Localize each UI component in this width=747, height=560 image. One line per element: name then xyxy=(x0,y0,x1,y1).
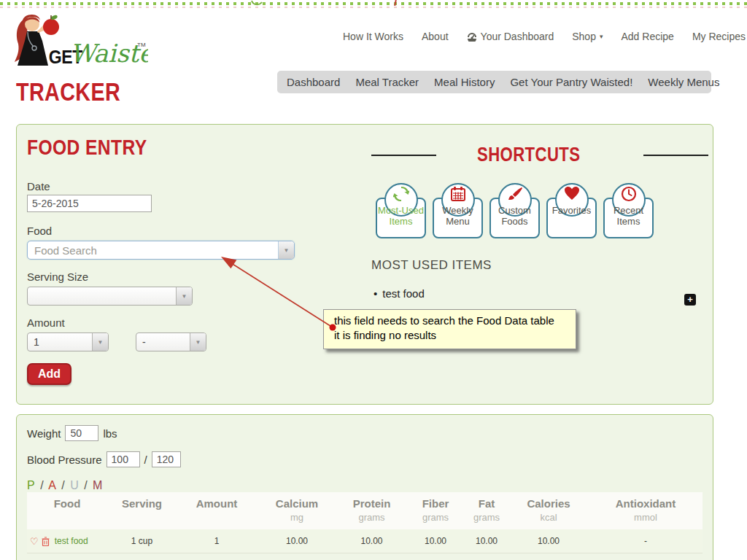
amount-unit-dropdown-button[interactable]: ▼ xyxy=(190,333,206,351)
subnav-meal-history[interactable]: Meal History xyxy=(434,76,495,88)
bullet: • xyxy=(374,287,377,300)
top-nav: How It Works About Your Dashboard Shop ▾… xyxy=(343,31,715,42)
table-units-row: mg grams grams grams kcal mmol xyxy=(27,511,703,529)
col-calcium: Calcium xyxy=(257,492,337,511)
paum-link-m[interactable]: M xyxy=(93,479,102,491)
favorite-heart-icon[interactable]: ♡ xyxy=(30,537,39,546)
paum-separator: / xyxy=(84,479,87,491)
refresh-icon xyxy=(393,186,409,202)
delete-trash-icon[interactable] xyxy=(42,537,50,546)
unit-fat: grams xyxy=(465,511,508,529)
paum-link-a[interactable]: A xyxy=(48,479,56,491)
amount-value: 1 xyxy=(28,336,92,348)
nav-label: My Recipes xyxy=(692,31,746,42)
page: GET Waisted TM How It Works About Your D… xyxy=(0,0,747,560)
most-used-items-title: MOST USED ITEMS xyxy=(371,258,492,273)
row-amount: 1 xyxy=(177,529,257,553)
caret-down-icon: ▾ xyxy=(600,33,603,40)
col-fat: Fat xyxy=(465,492,508,511)
top-dotted-border-pink xyxy=(0,7,747,8)
col-protein: Protein xyxy=(337,492,406,511)
col-serving: Serving xyxy=(107,492,177,511)
food-label: Food xyxy=(27,225,52,237)
amount-unit-select[interactable]: - ▼ xyxy=(136,332,206,351)
add-button[interactable]: Add xyxy=(27,363,71,385)
shortcut-label: Custom Foods xyxy=(491,206,538,228)
shortcut-custom-foods[interactable]: Custom Foods xyxy=(489,198,540,238)
row-calories: 10.00 xyxy=(508,529,589,553)
subnav-weekly-menus[interactable]: Weekly Menus xyxy=(648,76,719,88)
shortcuts-title: SHORTCUTS xyxy=(477,144,603,166)
unit-serving xyxy=(107,511,177,529)
serving-size-select[interactable]: ▼ xyxy=(27,287,193,306)
shortcut-label: Most-Used Items xyxy=(377,206,425,228)
dropdown-arrow-icon: ▼ xyxy=(284,247,290,254)
annotation-line-2: it is finding no results xyxy=(334,328,568,343)
nav-label: Add Recipe xyxy=(621,31,673,42)
food-entry-title: FOOD ENTRY xyxy=(27,135,174,160)
weight-row: Weight lbs xyxy=(27,425,117,441)
dropdown-arrow-icon: ▼ xyxy=(182,293,187,300)
subnav-meal-tracker[interactable]: Meal Tracker xyxy=(355,76,419,88)
shortcut-weekly-menu[interactable]: Weekly Menu xyxy=(433,198,483,238)
shortcut-most-used-items[interactable]: Most-Used Items xyxy=(376,198,426,238)
paintbrush-icon xyxy=(507,186,523,202)
nav-your-dashboard[interactable]: Your Dashboard xyxy=(467,31,554,42)
serving-size-dropdown-button[interactable]: ▼ xyxy=(176,287,192,305)
cutoff-annotation-mark xyxy=(251,0,263,6)
bp-diastolic-input[interactable] xyxy=(152,451,181,467)
nav-my-recipes[interactable]: My Recipes xyxy=(692,31,746,42)
nav-label: How It Works xyxy=(343,31,403,42)
unit-food xyxy=(27,511,107,529)
most-used-list-item[interactable]: •test food xyxy=(374,287,425,300)
weight-input[interactable] xyxy=(65,425,98,441)
get-waisted-logo[interactable]: GET Waisted TM xyxy=(6,9,148,69)
nav-label: About xyxy=(422,31,449,42)
shortcut-label: Weekly Menu xyxy=(434,206,481,228)
unit-amount xyxy=(177,511,257,529)
dropdown-arrow-icon: ▼ xyxy=(98,339,104,346)
nav-shop[interactable]: Shop ▾ xyxy=(572,31,603,42)
subnav-dashboard[interactable]: Dashboard xyxy=(287,76,340,88)
row-serving: 1 cup xyxy=(107,529,177,553)
nav-how-it-works[interactable]: How It Works xyxy=(343,31,403,42)
paum-link-p[interactable]: P xyxy=(27,479,35,491)
dashboard-icon xyxy=(467,32,477,42)
top-dotted-border xyxy=(0,2,747,5)
unit-calories: kcal xyxy=(508,511,589,529)
row-calcium: 10.00 xyxy=(257,529,337,553)
nav-add-recipe[interactable]: Add Recipe xyxy=(621,31,673,42)
shortcut-favorites[interactable]: Favorites xyxy=(546,198,597,238)
bp-systolic-input[interactable] xyxy=(107,451,140,467)
food-cell: ♡ test food xyxy=(27,529,107,553)
serving-size-label: Serving Size xyxy=(27,271,88,283)
date-input[interactable] xyxy=(27,195,152,212)
daily-log-panel: Weight lbs Blood Pressure / P / A / U / … xyxy=(16,414,713,560)
food-search-select[interactable]: Food Search ▼ xyxy=(27,241,295,260)
subnav-pantry[interactable]: Get Your Pantry Waisted! xyxy=(510,76,632,88)
food-search-dropdown-button[interactable]: ▼ xyxy=(278,241,294,259)
nav-label: Your Dashboard xyxy=(481,31,554,42)
tracker-sub-nav: Dashboard Meal Tracker Meal History Get … xyxy=(277,71,711,93)
unit-protein: grams xyxy=(337,511,406,529)
shortcut-recent-items[interactable]: Recent Items xyxy=(603,198,654,238)
date-label: Date xyxy=(27,180,50,192)
amount-dropdown-button[interactable]: ▼ xyxy=(92,333,108,351)
row-antioxidant: - xyxy=(589,529,703,553)
add-plus-button[interactable]: + xyxy=(684,294,696,306)
row-food-name[interactable]: test food xyxy=(55,536,88,546)
unit-antioxidant: mmol xyxy=(589,511,703,529)
amount-select[interactable]: 1 ▼ xyxy=(27,332,109,351)
most-used-food-name: test food xyxy=(382,287,425,300)
amount-label: Amount xyxy=(27,316,65,329)
food-search-placeholder: Food Search xyxy=(28,244,278,257)
row-protein: 10.00 xyxy=(337,529,406,553)
col-fiber: Fiber xyxy=(406,492,465,511)
nutrition-table: Food Serving Amount Calcium Protein Fibe… xyxy=(27,492,703,553)
bp-separator: / xyxy=(144,454,147,466)
paum-links: P / A / U / M xyxy=(27,479,104,492)
annotation-line-1: this field needs to search the Food Data… xyxy=(334,314,568,328)
shortcuts-header: SHORTCUTS xyxy=(371,144,708,166)
nav-about[interactable]: About xyxy=(422,31,449,42)
paum-link-u[interactable]: U xyxy=(70,479,79,491)
